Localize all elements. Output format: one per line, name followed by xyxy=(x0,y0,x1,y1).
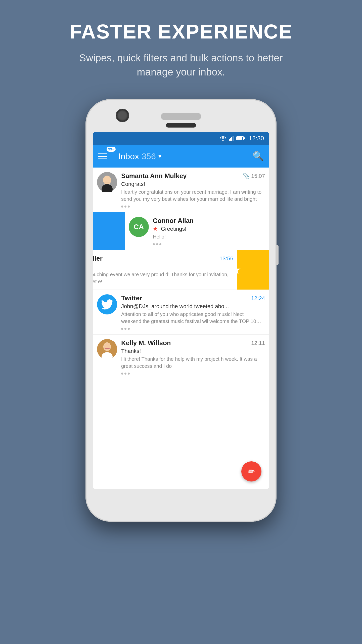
phone-camera xyxy=(116,109,129,122)
notification-badge: 99+ xyxy=(107,147,116,152)
email-item-miller[interactable]: Miller 13:56 ts! a touching event we are… xyxy=(93,250,237,290)
dot xyxy=(121,206,123,208)
email-header-twitter: Twitter 12:24 xyxy=(121,294,265,302)
phone-shell: 12:30 99+ Inbox 356 ▾ 🔍 xyxy=(85,99,277,522)
toolbar-title: Inbox 356 ▾ xyxy=(118,151,253,161)
phone-side-button xyxy=(276,245,279,265)
hamburger-line-2 xyxy=(98,156,107,157)
avatar-kelly xyxy=(97,339,117,359)
email-dots-connor xyxy=(153,243,269,245)
email-header-samanta: Samanta Ann Mulkey 📎 15:07 xyxy=(121,172,265,180)
hamburger-line-1 xyxy=(98,153,107,154)
dot xyxy=(159,243,161,245)
email-content-kelly: Kelly M. Willson 12:11 Thanks! Hi there!… xyxy=(121,339,265,375)
email-sender-kelly: Kelly M. Willson xyxy=(121,339,171,347)
inbox-label: Inbox xyxy=(118,151,139,161)
email-subject-miller: ts! xyxy=(93,263,233,270)
dropdown-arrow-icon[interactable]: ▾ xyxy=(158,153,161,160)
email-time-twitter: 12:24 xyxy=(251,295,265,302)
dot xyxy=(128,373,130,375)
inbox-count: 356 xyxy=(142,151,156,161)
dot xyxy=(124,328,126,330)
email-dots-samanta xyxy=(121,206,265,208)
twitter-bird-icon xyxy=(101,299,113,310)
status-bar: 12:30 xyxy=(93,132,269,145)
edit-icon: ✏ xyxy=(248,466,255,477)
email-item-twitter[interactable]: Twitter 12:24 John@DJs_around the world … xyxy=(93,290,269,335)
email-item-miller-wrapper[interactable]: ★ Miller 13:56 ts! a touching event we a… xyxy=(93,250,269,290)
email-time-samanta: 📎 15:07 xyxy=(243,173,265,179)
dot xyxy=(121,373,123,375)
svg-rect-9 xyxy=(104,182,110,182)
app-toolbar: 99+ Inbox 356 ▾ 🔍 xyxy=(93,145,269,168)
email-preview-twitter: Attention to all of you who appricates g… xyxy=(121,311,265,325)
compose-fab-button[interactable]: ✏ xyxy=(241,461,261,481)
svg-rect-14 xyxy=(105,348,110,349)
phone-mockup: 12:30 99+ Inbox 356 ▾ 🔍 xyxy=(85,99,277,522)
email-sender-samanta: Samanta Ann Mulkey xyxy=(121,172,187,180)
email-content-samanta: Samanta Ann Mulkey 📎 15:07 Congrats! Hea… xyxy=(121,172,265,208)
email-item-samanta[interactable]: Samanta Ann Mulkey 📎 15:07 Congrats! Hea… xyxy=(93,168,269,212)
status-icons: 12:30 xyxy=(220,135,264,142)
email-sender-twitter: Twitter xyxy=(121,294,142,302)
dot xyxy=(153,243,155,245)
email-header-connor: Connor Allan xyxy=(153,217,269,225)
phone-speaker xyxy=(161,113,201,120)
attachment-icon: 📎 xyxy=(243,173,250,179)
email-item-connor-wrapper[interactable]: ✉ CA Connor Allan ★ Greetings! xyxy=(93,212,269,250)
avatar-connor: CA xyxy=(129,217,149,237)
menu-button[interactable]: 99+ xyxy=(98,149,113,164)
phone-screen: 12:30 99+ Inbox 356 ▾ 🔍 xyxy=(93,132,269,489)
svg-point-8 xyxy=(104,177,110,183)
svg-point-0 xyxy=(222,140,223,141)
search-button[interactable]: 🔍 xyxy=(253,151,264,162)
dot xyxy=(128,206,130,208)
signal-icon xyxy=(229,136,234,141)
wifi-icon xyxy=(220,136,226,141)
dot xyxy=(124,373,126,375)
email-preview-kelly: Hi there! Thanks for the help with my pr… xyxy=(121,355,265,370)
dot xyxy=(124,206,126,208)
email-header-miller: Miller 13:56 xyxy=(93,255,233,262)
svg-rect-2 xyxy=(230,138,231,141)
email-dots-twitter xyxy=(121,328,265,330)
email-subject-connor: ★ Greetings! xyxy=(153,226,269,232)
email-subject-twitter: John@DJs_around the world tweeted abo... xyxy=(121,303,265,310)
email-time-miller: 13:56 xyxy=(219,255,233,262)
email-preview-connor: Hello! xyxy=(153,233,269,240)
email-header-kelly: Kelly M. Willson 12:11 xyxy=(121,339,265,347)
hero-title: FASTER EXPERIENCE xyxy=(69,20,293,43)
svg-rect-1 xyxy=(229,139,230,141)
svg-rect-4 xyxy=(233,136,234,141)
email-content-twitter: Twitter 12:24 John@DJs_around the world … xyxy=(121,294,265,330)
email-preview-miller: a touching event we are very proud d! Th… xyxy=(93,271,233,285)
hamburger-line-3 xyxy=(98,158,107,159)
email-subject-samanta: Congrats! xyxy=(121,181,265,187)
svg-point-13 xyxy=(104,343,110,350)
email-item-kelly[interactable]: Kelly M. Willson 12:11 Thanks! Hi there!… xyxy=(93,335,269,379)
email-time-kelly: 12:11 xyxy=(251,340,265,346)
email-preview-samanta: Heartly congratulations on your recent m… xyxy=(121,188,265,203)
email-item-connor[interactable]: CA Connor Allan ★ Greetings! Hello! xyxy=(125,212,269,250)
status-time: 12:30 xyxy=(249,135,264,142)
dot xyxy=(128,328,130,330)
email-content-connor: Connor Allan ★ Greetings! Hello! xyxy=(153,217,269,245)
email-sender-connor: Connor Allan xyxy=(153,217,194,225)
email-content-miller: Miller 13:56 ts! a touching event we are… xyxy=(93,255,233,285)
battery-icon xyxy=(236,136,244,140)
email-subject-kelly: Thanks! xyxy=(121,348,265,354)
email-sender-miller: Miller xyxy=(93,255,103,262)
dot xyxy=(121,328,123,330)
avatar-samanta xyxy=(97,172,117,192)
dot xyxy=(156,243,158,245)
phone-sensor xyxy=(166,123,196,128)
svg-rect-3 xyxy=(231,137,232,141)
avatar-twitter xyxy=(97,294,117,314)
hero-subtitle: Swipes, quick filters and bulk actions t… xyxy=(68,51,294,79)
email-dots-kelly xyxy=(121,373,265,375)
star-icon-red: ★ xyxy=(153,226,158,232)
email-list: Samanta Ann Mulkey 📎 15:07 Congrats! Hea… xyxy=(93,168,269,489)
